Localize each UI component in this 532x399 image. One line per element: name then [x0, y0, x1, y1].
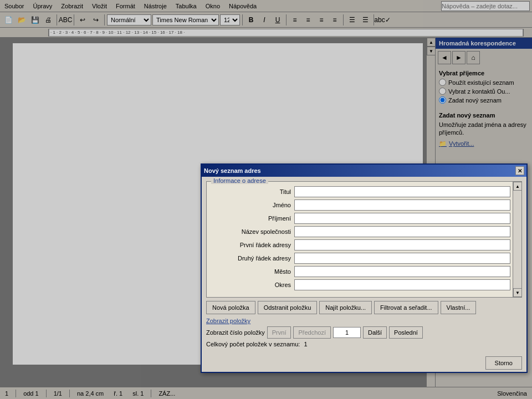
dialog-form-section: Informace o adrese Titul Jméno Příjmení …: [206, 181, 522, 298]
form-scrollbar[interactable]: ▲ ▼: [513, 182, 521, 297]
form-rows: Titul Jméno Příjmení Název společnosti P…: [211, 186, 510, 290]
storno-button[interactable]: Storno: [485, 356, 522, 370]
next-button[interactable]: Další: [363, 326, 387, 339]
current-item-input[interactable]: [333, 327, 361, 338]
nova-polozka-button[interactable]: Nová položka: [206, 301, 255, 314]
dialog-action-buttons: Nová položka Odstranit položku Najít pol…: [206, 301, 522, 314]
form-row-4: První řádek adresy: [211, 239, 510, 250]
vlastni-button[interactable]: Vlastní...: [441, 301, 477, 314]
form-scroll-down[interactable]: ▼: [513, 288, 522, 297]
field-input-3[interactable]: [294, 226, 510, 237]
dialog-titlebar: Nový seznam adres ✕: [202, 165, 526, 177]
prev-button[interactable]: Předchozí: [293, 326, 331, 339]
form-row-1: Jméno: [211, 200, 510, 211]
dialog-title-text: Nový seznam adres: [204, 167, 261, 174]
show-items-link[interactable]: Zobrazit položky: [206, 318, 250, 324]
field-input-0[interactable]: [294, 186, 510, 197]
field-input-5[interactable]: [294, 253, 510, 264]
filtrovat-button[interactable]: Filtrovat a seřadit...: [374, 301, 438, 314]
field-input-6[interactable]: [294, 266, 510, 277]
dialog-close-button[interactable]: ✕: [515, 166, 524, 175]
field-label-5: Druhý řádek adresy: [211, 255, 294, 262]
field-label-3: Název společnosti: [211, 228, 294, 235]
field-input-7[interactable]: [294, 279, 510, 290]
field-input-4[interactable]: [294, 239, 510, 250]
dialog-body: Informace o adrese Titul Jméno Příjmení …: [202, 177, 526, 354]
najit-polozku-button[interactable]: Najít položku...: [319, 301, 372, 314]
nav-section: Zobrazit číslo položky První Předchozí D…: [206, 326, 522, 339]
field-label-2: Příjmení: [211, 215, 294, 222]
odstranit-polozku-button[interactable]: Odstranit položku: [258, 301, 318, 314]
nav-label-text: Zobrazit číslo položky: [206, 329, 265, 336]
field-label-6: Město: [211, 268, 294, 275]
last-button[interactable]: Poslední: [389, 326, 423, 339]
field-input-2[interactable]: [294, 213, 510, 224]
form-row-7: Okres: [211, 279, 510, 290]
first-button[interactable]: První: [267, 326, 291, 339]
field-input-1[interactable]: [294, 200, 510, 211]
new-address-list-dialog: Nový seznam adres ✕ Informace o adrese T…: [201, 163, 528, 373]
form-row-0: Titul: [211, 186, 510, 197]
field-label-0: Titul: [211, 188, 294, 195]
dialog-footer: Storno: [202, 354, 526, 372]
section-label: Informace o adrese: [211, 177, 268, 184]
form-scroll-up[interactable]: ▲: [513, 182, 522, 191]
form-row-2: Příjmení: [211, 213, 510, 224]
field-label-1: Jméno: [211, 202, 294, 208]
form-row-3: Název společnosti: [211, 226, 510, 237]
field-label-7: Okres: [211, 282, 294, 288]
total-label: Celkový počet položek v seznamu:: [206, 341, 300, 347]
field-label-4: První řádek adresy: [211, 242, 294, 248]
total-value: 1: [304, 341, 307, 347]
dialog-overlay: Nový seznam adres ✕ Informace o adrese T…: [0, 0, 532, 399]
form-row-6: Město: [211, 266, 510, 277]
form-row-5: Druhý řádek adresy: [211, 253, 510, 264]
total-row: Celkový počet položek v seznamu: 1: [206, 341, 522, 347]
